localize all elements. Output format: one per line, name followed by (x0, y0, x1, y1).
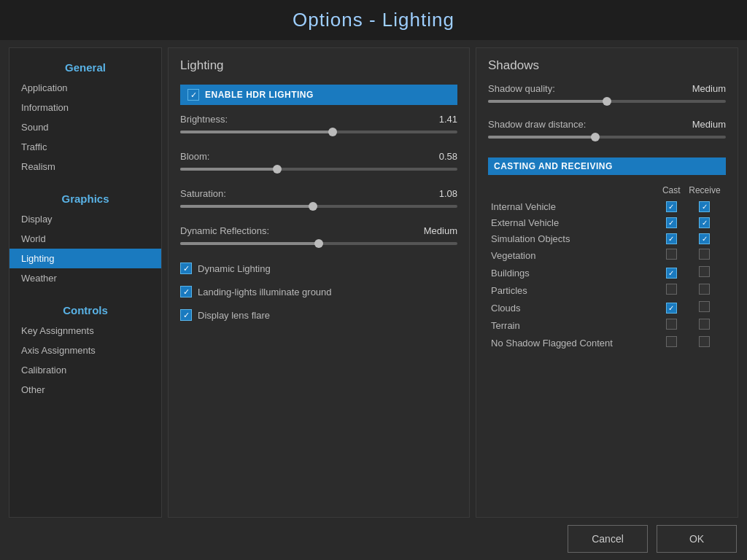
lighting-section-title: Lighting (180, 58, 457, 73)
sidebar-item-other[interactable]: Other (9, 380, 161, 400)
shadow-draw-distance-track[interactable] (488, 136, 726, 139)
landing-lights-row[interactable]: ✓ Landing-lights illuminate ground (180, 286, 457, 298)
shadow-draw-distance-value: Medium (692, 119, 726, 130)
cast-checkbox-2[interactable]: ✓ (666, 233, 677, 244)
brightness-value: 1.41 (439, 114, 457, 125)
sidebar-item-sound[interactable]: Sound (9, 117, 161, 137)
sidebar-item-realism[interactable]: Realism (9, 157, 161, 176)
shadow-quality-thumb[interactable] (603, 97, 611, 106)
cast-row-cast[interactable] (659, 281, 684, 299)
dynamic-lighting-label: Dynamic Lighting (198, 263, 271, 274)
cast-row-receive[interactable] (684, 299, 726, 316)
bloom-fill (180, 168, 277, 171)
sidebar-item-world[interactable]: World (9, 229, 161, 249)
sidebar-item-display[interactable]: Display (9, 209, 161, 229)
cast-row-label: Vegetation (488, 246, 659, 264)
cast-check-icon-0: ✓ (668, 203, 674, 211)
cast-check-icon-6: ✓ (668, 304, 674, 312)
hdr-checkbox[interactable]: ✓ (187, 89, 199, 101)
bloom-thumb[interactable] (273, 165, 282, 174)
cast-checkbox-7[interactable] (666, 319, 677, 330)
lens-flare-row[interactable]: ✓ Display lens flare (180, 309, 457, 321)
cast-checkbox-4[interactable]: ✓ (666, 268, 677, 279)
sidebar-item-axis-assignments[interactable]: Axis Assignments (9, 341, 161, 360)
lens-flare-checkbox[interactable]: ✓ (180, 309, 192, 321)
shadows-section-title: Shadows (488, 58, 726, 73)
cast-row-label: External Vehicle (488, 214, 659, 230)
cast-check-icon-1: ✓ (668, 219, 674, 227)
bloom-track[interactable] (180, 168, 457, 171)
dynamic-ref-track[interactable] (180, 242, 457, 245)
cast-row-label: Terrain (488, 316, 659, 334)
sidebar-item-weather[interactable]: Weather (9, 268, 161, 288)
cancel-button[interactable]: Cancel (568, 525, 648, 553)
receive-checkbox-6[interactable] (699, 301, 710, 312)
cast-checkbox-0[interactable]: ✓ (666, 201, 677, 212)
sidebar-item-traffic[interactable]: Traffic (9, 137, 161, 157)
cast-row-receive[interactable] (684, 281, 726, 299)
cast-row-receive[interactable] (684, 334, 726, 351)
cast-row-cast[interactable]: ✓ (659, 214, 684, 230)
brightness-slider-row: Brightness: 1.41 (180, 114, 457, 139)
cast-row-cast[interactable]: ✓ (659, 264, 684, 281)
cast-checkbox-3[interactable] (666, 249, 677, 260)
sidebar-graphics-header: Graphics (9, 187, 161, 209)
receive-check-icon-1: ✓ (702, 219, 708, 227)
dynamic-ref-value: Medium (424, 225, 457, 236)
sidebar-item-lighting[interactable]: Lighting (9, 249, 161, 268)
cast-checkbox-1[interactable]: ✓ (666, 217, 677, 228)
cast-row-cast[interactable]: ✓ (659, 198, 684, 214)
cast-row-receive[interactable]: ✓ (684, 198, 726, 214)
cast-row-receive[interactable] (684, 246, 726, 264)
receive-checkbox-5[interactable] (699, 284, 710, 295)
cast-checkbox-5[interactable] (666, 284, 677, 295)
shadow-draw-distance-row: Shadow draw distance: Medium (488, 119, 726, 144)
receive-checkbox-0[interactable]: ✓ (699, 201, 710, 212)
sidebar-item-key-assignments[interactable]: Key Assignments (9, 321, 161, 341)
cast-row-cast[interactable]: ✓ (659, 299, 684, 316)
hdr-toggle[interactable]: ✓ ENABLE HDR LIGHTING (180, 85, 457, 105)
bloom-slider-row: Bloom: 0.58 (180, 151, 457, 176)
receive-checkbox-2[interactable]: ✓ (699, 233, 710, 244)
cast-row-label: Internal Vehicle (488, 198, 659, 214)
receive-checkbox-7[interactable] (699, 319, 710, 330)
cast-row-receive[interactable] (684, 264, 726, 281)
cast-row-cast[interactable] (659, 334, 684, 351)
receive-checkbox-8[interactable] (699, 336, 710, 347)
page-title: Options - Lighting (0, 0, 747, 40)
dynamic-ref-fill (180, 242, 319, 245)
ok-button[interactable]: OK (657, 525, 737, 553)
dynamic-lighting-checkbox[interactable]: ✓ (180, 262, 192, 274)
cast-row-receive[interactable]: ✓ (684, 230, 726, 246)
receive-checkbox-4[interactable] (699, 266, 710, 277)
dynamic-lighting-row[interactable]: ✓ Dynamic Lighting (180, 262, 457, 274)
brightness-thumb[interactable] (328, 128, 337, 136)
cast-row-label: Simulation Objects (488, 230, 659, 246)
cast-checkbox-6[interactable]: ✓ (666, 303, 677, 314)
saturation-track[interactable] (180, 205, 457, 208)
saturation-slider-row: Saturation: 1.08 (180, 188, 457, 214)
sidebar-item-application[interactable]: Application (9, 78, 161, 98)
sidebar-general-header: General (9, 55, 161, 78)
footer: Cancel OK (0, 518, 747, 560)
sidebar-item-information[interactable]: Information (9, 98, 161, 117)
dynamic-ref-slider-row: Dynamic Reflections: Medium (180, 225, 457, 251)
cast-row-label: Buildings (488, 264, 659, 281)
cast-table-row: Simulation Objects✓✓ (488, 230, 726, 246)
shadow-quality-track[interactable] (488, 100, 726, 103)
sidebar-item-calibration[interactable]: Calibration (9, 360, 161, 380)
brightness-track[interactable] (180, 131, 457, 133)
lens-flare-label: Display lens flare (198, 310, 270, 321)
shadow-draw-distance-thumb[interactable] (591, 133, 600, 141)
cast-row-receive[interactable]: ✓ (684, 214, 726, 230)
cast-row-cast[interactable] (659, 246, 684, 264)
dynamic-ref-thumb[interactable] (314, 239, 323, 248)
receive-checkbox-3[interactable] (699, 249, 710, 260)
receive-checkbox-1[interactable]: ✓ (699, 217, 710, 228)
landing-lights-checkbox[interactable]: ✓ (180, 286, 192, 298)
cast-checkbox-8[interactable] (666, 336, 677, 347)
cast-row-cast[interactable]: ✓ (659, 230, 684, 246)
cast-row-cast[interactable] (659, 316, 684, 334)
cast-row-receive[interactable] (684, 316, 726, 334)
saturation-thumb[interactable] (309, 202, 317, 211)
